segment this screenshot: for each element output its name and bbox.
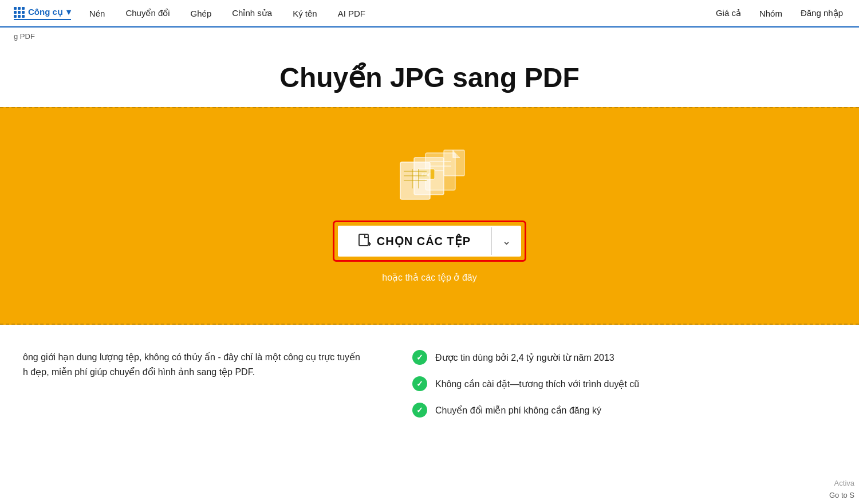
file-plus-icon — [358, 234, 371, 249]
info-left-text: ông giới hạn dung lượng tệp, không có th… — [23, 350, 378, 379]
feature-1-text: Được tin dùng bởi 2,4 tỷ người từ năm 20… — [435, 352, 614, 363]
feature-2-text: Không cần cài đặt—tương thích với trình … — [435, 379, 639, 389]
feature-3: Chuyển đổi miễn phí không cần đăng ký — [412, 403, 836, 418]
nav-item-dang-nhap[interactable]: Đăng nhập — [798, 8, 845, 18]
chevron-down-icon: ⌄ — [502, 235, 511, 247]
choose-files-dropdown-button[interactable]: ⌄ — [492, 227, 521, 255]
feature-2: Không cần cài đặt—tương thích với trình … — [412, 376, 836, 391]
choose-files-main-button[interactable]: CHỌN CÁC TỆP — [338, 226, 491, 257]
drop-text: hoặc thả các tệp ở đây — [382, 272, 476, 283]
tools-dropdown-icon: ▾ — [66, 7, 71, 17]
choose-files-label: CHỌN CÁC TỆP — [377, 234, 471, 248]
check-icon-2 — [412, 376, 427, 391]
navbar: Công cụ ▾ Nén Chuyển đổi Ghép Chỉnh sửa … — [0, 0, 859, 27]
goto-text: Go to S — [829, 490, 854, 502]
nav-item-nhom[interactable]: Nhóm — [757, 9, 785, 18]
activate-line1: Activa — [829, 478, 854, 490]
breadcrumb-text: g PDF — [14, 32, 35, 41]
nav-item-ghep[interactable]: Ghép — [188, 9, 214, 18]
file-illustration: PDF — [392, 147, 467, 204]
nav-item-chuyen-doi[interactable]: Chuyển đổi — [123, 8, 172, 18]
choose-files-button[interactable]: CHỌN CÁC TỆP ⌄ — [338, 226, 521, 257]
nav-item-ky-ten[interactable]: Ký tên — [290, 9, 320, 18]
grid-icon — [14, 7, 25, 18]
choose-files-button-wrapper[interactable]: CHỌN CÁC TỆP ⌄ — [333, 220, 526, 262]
info-right: Được tin dùng bởi 2,4 tỷ người từ năm 20… — [412, 350, 836, 418]
tools-menu[interactable]: Công cụ ▾ — [14, 7, 71, 20]
nav-item-ai-pdf[interactable]: AI PDF — [336, 9, 368, 18]
feature-1: Được tin dùng bởi 2,4 tỷ người từ năm 20… — [412, 350, 836, 365]
breadcrumb: g PDF — [0, 27, 859, 45]
info-left: ông giới hạn dung lượng tệp, không có th… — [23, 350, 378, 379]
info-section: ông giới hạn dung lượng tệp, không có th… — [0, 325, 859, 440]
feature-3-text: Chuyển đổi miễn phí không cần đăng ký — [435, 405, 601, 416]
page-title: Chuyển JPG sang PDF — [0, 61, 859, 93]
page-title-section: Chuyển JPG sang PDF — [0, 45, 859, 107]
tools-label: Công cụ — [28, 7, 63, 17]
check-icon-1 — [412, 350, 427, 365]
nav-item-chinh-sua[interactable]: Chỉnh sửa — [230, 8, 274, 18]
svg-rect-14 — [359, 234, 368, 246]
nav-item-nen[interactable]: Nén — [87, 9, 108, 18]
activate-notice: Activa Go to S — [825, 475, 859, 504]
nav-item-gia-ca[interactable]: Giá cả — [714, 8, 743, 18]
nav-right: Giá cả Nhóm Đăng nhập — [714, 8, 845, 18]
check-icon-3 — [412, 403, 427, 418]
upload-zone[interactable]: PDF CHỌN CÁC TỆP — [0, 107, 859, 325]
